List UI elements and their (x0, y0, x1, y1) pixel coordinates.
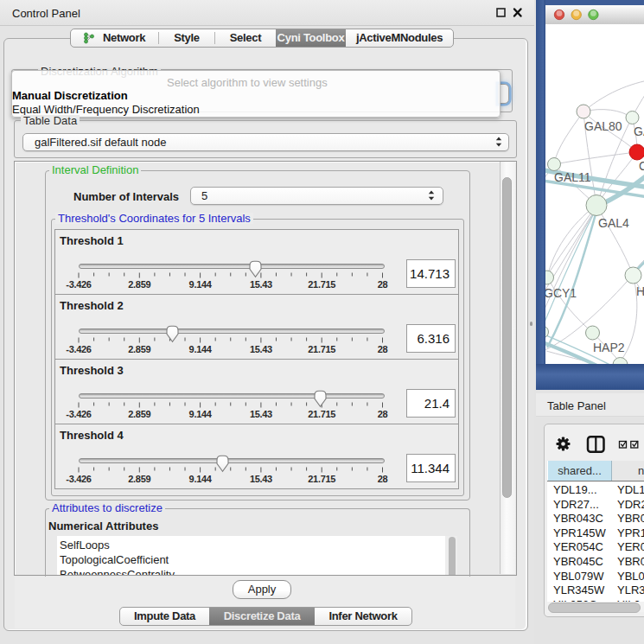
svg-text:CD: CD (639, 159, 644, 173)
svg-text:GAL11: GAL11 (554, 170, 591, 184)
svg-text:HA: HA (636, 284, 644, 298)
svg-text:GAL4: GAL4 (598, 216, 629, 230)
svg-text:HAP2: HAP2 (593, 341, 625, 354)
svg-text:GA: GA (634, 124, 644, 138)
svg-text:GAL80: GAL80 (584, 119, 622, 133)
svg-text:GCY1: GCY1 (545, 286, 577, 300)
